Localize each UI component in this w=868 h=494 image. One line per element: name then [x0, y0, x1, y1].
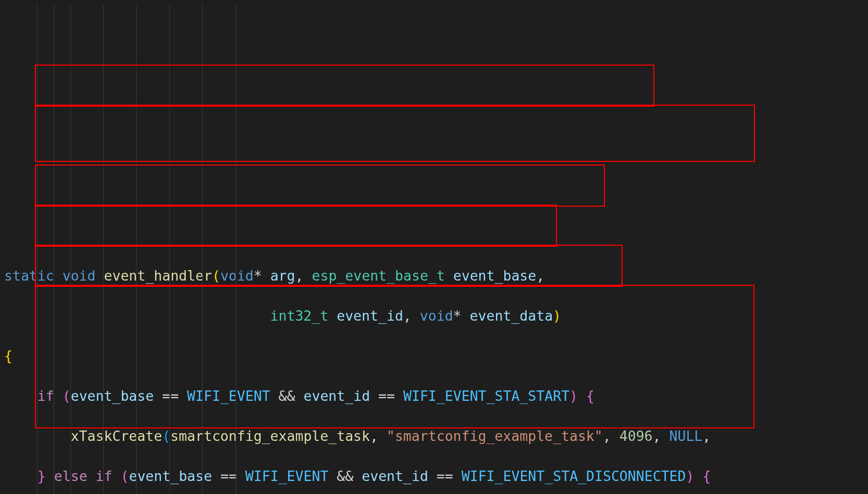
comma: ,	[295, 268, 304, 284]
operator: *	[254, 268, 262, 284]
param: event_base	[453, 268, 537, 284]
operator: *	[453, 308, 462, 324]
paren: (	[63, 388, 71, 404]
comma: ,	[403, 308, 412, 324]
keyword: if	[38, 388, 54, 404]
param: arg	[270, 268, 295, 284]
constant: NULL	[669, 428, 702, 444]
brace: }	[38, 468, 46, 484]
operator: &&	[279, 388, 295, 404]
variable: event_id	[362, 468, 428, 484]
operator: &&	[337, 468, 353, 484]
brace: {	[586, 388, 594, 404]
paren: )	[569, 388, 578, 404]
paren: (	[212, 268, 220, 284]
function-ref: smartconfig_example_task	[170, 428, 370, 444]
function-call: xTaskCreate	[71, 428, 163, 444]
code-line[interactable]: int32_t event_id, void* event_data)	[4, 306, 868, 326]
paren: (	[120, 468, 129, 484]
operator: ==	[220, 468, 237, 484]
variable: event_id	[304, 388, 370, 404]
keyword: static	[4, 268, 54, 284]
type: int32_t	[270, 308, 329, 324]
highlight-box-4	[35, 205, 557, 247]
brace: {	[702, 468, 711, 484]
highlight-box-3	[35, 164, 605, 207]
keyword: else	[54, 468, 88, 484]
comma: ,	[702, 428, 711, 444]
param: event_data	[470, 308, 553, 324]
constant: WIFI_EVENT	[187, 388, 270, 404]
paren: )	[686, 468, 695, 484]
variable: event_base	[129, 468, 212, 484]
param: event_id	[337, 308, 403, 324]
keyword: void	[63, 268, 96, 284]
highlight-box-1	[35, 65, 654, 107]
code-line[interactable]: {	[4, 346, 868, 366]
code-line[interactable]: xTaskCreate(smartconfig_example_task, "s…	[4, 426, 868, 447]
brace: {	[4, 348, 13, 364]
operator: ==	[437, 468, 453, 484]
number: 4096	[619, 428, 653, 444]
constant: WIFI_EVENT_STA_DISCONNECTED	[462, 468, 686, 484]
code-editor[interactable]: static void event_handler(void* arg, esp…	[0, 0, 868, 494]
comma: ,	[653, 428, 661, 444]
keyword: if	[96, 468, 113, 484]
highlight-box-2	[35, 105, 755, 162]
comma: ,	[370, 428, 378, 444]
function-name: event_handler	[104, 268, 212, 284]
string: "smartconfig_example_task"	[387, 428, 603, 444]
operator: ==	[162, 388, 179, 404]
code-line[interactable]: static void event_handler(void* arg, esp…	[4, 266, 868, 286]
comma: ,	[603, 428, 611, 444]
code-line[interactable]: if (event_base == WIFI_EVENT && event_id…	[4, 386, 868, 407]
operator: ==	[378, 388, 395, 404]
paren: )	[553, 308, 561, 324]
constant: WIFI_EVENT	[245, 468, 329, 484]
code-line[interactable]: } else if (event_base == WIFI_EVENT && e…	[4, 466, 868, 487]
type: void	[420, 308, 453, 324]
comma: ,	[536, 268, 544, 284]
type: void	[220, 268, 254, 284]
constant: WIFI_EVENT_STA_START	[403, 388, 569, 404]
variable: event_base	[71, 388, 154, 404]
paren: (	[162, 428, 170, 444]
type: esp_event_base_t	[312, 268, 444, 284]
indent-guides	[0, 0, 33, 200]
